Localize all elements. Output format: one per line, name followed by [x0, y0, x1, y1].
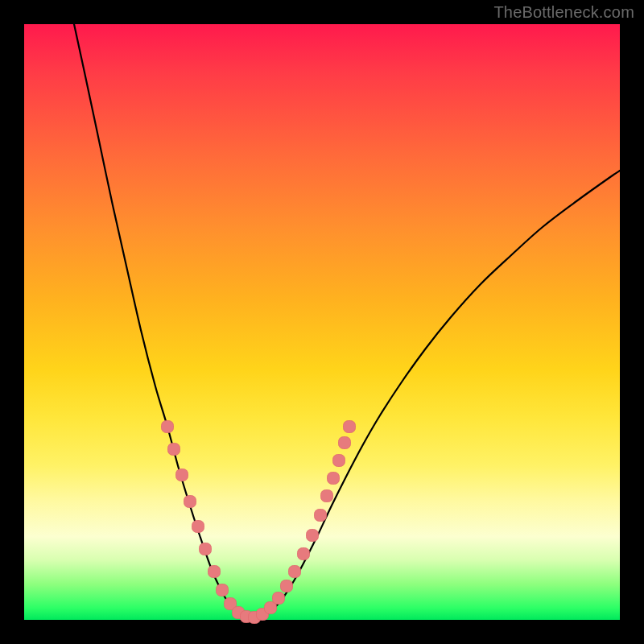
curve-marker	[162, 421, 174, 433]
chart-stage: TheBottleneck.com	[0, 0, 644, 644]
curve-marker	[315, 510, 327, 522]
curve-svg	[24, 24, 620, 620]
plot-area	[24, 24, 620, 620]
curve-marker	[217, 584, 229, 597]
curve-marker	[321, 490, 333, 502]
bottleneck-curve	[74, 24, 620, 618]
curve-marker	[168, 444, 180, 456]
curve-marker	[176, 469, 188, 481]
curve-marker	[273, 592, 285, 605]
curve-marker	[281, 580, 293, 592]
curve-marker	[200, 543, 212, 555]
curve-marker	[289, 566, 301, 578]
curve-marker	[328, 473, 340, 485]
marker-group	[162, 421, 356, 624]
watermark-text: TheBottleneck.com	[493, 3, 634, 22]
curve-marker	[192, 521, 204, 533]
curve-marker	[344, 421, 356, 433]
curve-marker	[298, 548, 310, 560]
curve-marker	[184, 496, 196, 508]
curve-marker	[307, 530, 319, 542]
curve-marker	[339, 437, 351, 449]
curve-marker	[333, 455, 345, 467]
curve-marker	[208, 566, 221, 578]
